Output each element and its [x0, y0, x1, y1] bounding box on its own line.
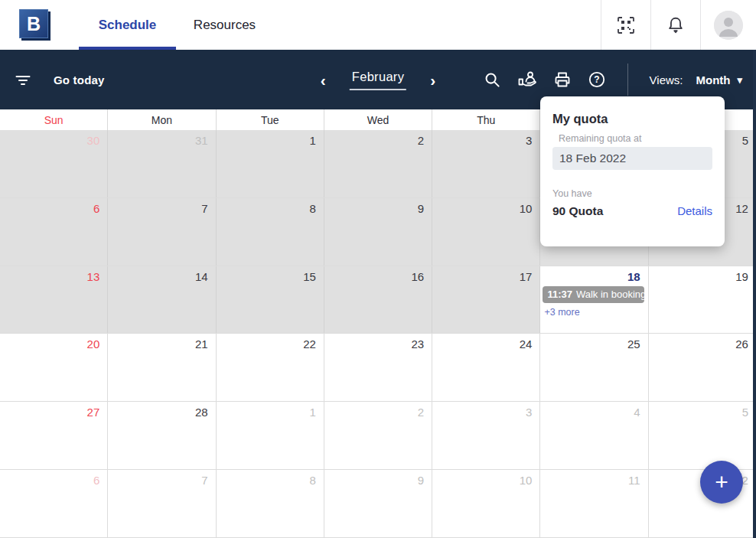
tab-resources[interactable]: Resources	[176, 0, 273, 50]
chevron-down-icon: ▾	[737, 74, 742, 86]
calendar-cell[interactable]: 24	[432, 334, 540, 401]
user-menu-button[interactable]	[700, 0, 756, 50]
date-number: 18	[540, 270, 647, 283]
tab-schedule[interactable]: Schedule	[79, 0, 176, 50]
calendar-cell-today[interactable]: 1811:37Walk in booking+3 more	[540, 266, 648, 334]
calendar-cell[interactable]: 31	[108, 130, 216, 197]
calendar-cell[interactable]: 1	[217, 402, 324, 469]
calendar-cell[interactable]: 27	[0, 402, 108, 469]
plus-icon: +	[715, 469, 728, 495]
month-navigation: ‹ February ›	[318, 50, 438, 109]
go-today-button[interactable]: Go today	[54, 73, 105, 86]
calendar-cell[interactable]: 16	[324, 266, 432, 334]
main-tabs: Schedule Resources	[79, 0, 273, 50]
date-number: 2	[324, 134, 432, 147]
calendar-cell[interactable]: 3	[432, 130, 540, 197]
my-quota-popup: My quota Remaining quota at 18 Feb 2022 …	[540, 96, 725, 246]
svg-text:?: ?	[594, 74, 599, 85]
day-header-wed: Wed	[324, 109, 432, 130]
calendar-cell[interactable]: 8	[217, 198, 324, 266]
calendar-cell[interactable]: 26	[649, 334, 756, 401]
quota-summary-row: You have 90 Quota Details	[552, 188, 712, 218]
calendar-cell[interactable]: 17	[432, 266, 540, 334]
event-title: Walk in booking	[576, 289, 644, 300]
calendar-cell[interactable]: 11	[540, 470, 648, 537]
logo-b-mark: B	[19, 9, 48, 38]
date-number: 8	[217, 202, 324, 215]
date-number: 28	[108, 406, 215, 419]
quota-amount: 90 Quota	[552, 204, 603, 218]
notifications-button[interactable]	[650, 0, 700, 50]
qr-scan-button[interactable]	[601, 0, 650, 50]
current-month-label[interactable]: February	[350, 70, 406, 90]
calendar-cell[interactable]: 19	[649, 266, 756, 334]
more-events-link[interactable]: +3 more	[544, 307, 647, 318]
details-link[interactable]: Details	[677, 204, 712, 218]
calendar-cell[interactable]: 13	[0, 266, 108, 334]
prev-month-button[interactable]: ‹	[318, 69, 329, 91]
views-dropdown[interactable]: Month ▾	[696, 73, 742, 86]
date-number: 6	[0, 202, 107, 215]
calendar-cell[interactable]: 22	[217, 334, 324, 401]
print-button[interactable]	[553, 70, 572, 89]
next-month-button[interactable]: ›	[427, 69, 438, 91]
bell-icon	[666, 15, 686, 35]
calendar-cell[interactable]: 6	[0, 198, 108, 266]
add-booking-button[interactable]: +	[700, 461, 743, 504]
calendar-cell[interactable]: 7	[108, 198, 216, 266]
event-pill[interactable]: 11:37Walk in booking	[543, 286, 644, 303]
date-number: 22	[217, 337, 324, 351]
views-label: Views:	[650, 73, 683, 86]
date-number: 10	[432, 202, 539, 215]
date-number: 31	[108, 134, 215, 147]
calendar-cell[interactable]: 20	[0, 334, 108, 401]
calendar-cell[interactable]: 10	[432, 470, 540, 537]
calendar-cell[interactable]: 6	[0, 470, 108, 537]
date-number: 9	[324, 202, 432, 215]
event-time: 11:37	[547, 289, 572, 300]
calendar-cell[interactable]: 8	[217, 470, 324, 537]
filter-button[interactable]	[14, 70, 32, 89]
calendar-cell[interactable]: 7	[108, 470, 216, 537]
calendar-cell[interactable]: 14	[108, 266, 216, 334]
walk-in-button[interactable]	[517, 70, 537, 89]
calendar-cell[interactable]: 21	[108, 334, 216, 401]
date-number: 14	[108, 270, 215, 283]
date-number: 6	[0, 474, 107, 487]
help-button[interactable]: ?	[588, 70, 606, 89]
calendar-cell[interactable]: 5	[649, 402, 756, 469]
qr-scan-icon	[616, 15, 636, 35]
calendar-cell[interactable]: 25	[540, 334, 648, 401]
quota-date-input[interactable]: 18 Feb 2022	[552, 147, 712, 170]
calendar-cell[interactable]: 15	[217, 266, 324, 334]
calendar-cell[interactable]: 2	[324, 130, 432, 197]
day-header-tue: Tue	[217, 109, 324, 130]
toolbar-divider	[627, 64, 628, 96]
calendar-cell[interactable]: 4	[540, 402, 648, 469]
date-number: 1	[217, 406, 324, 419]
date-number: 7	[108, 202, 215, 215]
calendar-cell[interactable]: 2	[324, 402, 432, 469]
search-button[interactable]	[484, 71, 501, 89]
calendar-cell[interactable]: 28	[108, 402, 216, 469]
date-number: 23	[324, 337, 432, 351]
calendar-cell[interactable]: 10	[432, 198, 540, 266]
calendar-cell[interactable]: 3	[432, 402, 540, 469]
you-have-label: You have	[552, 188, 603, 199]
date-number: 27	[0, 406, 107, 419]
date-number: 25	[540, 337, 647, 351]
calendar-cell[interactable]: 1	[217, 130, 324, 197]
date-number: 2	[324, 406, 432, 419]
help-icon: ?	[588, 70, 606, 89]
date-number: 3	[432, 406, 539, 419]
date-number: 21	[108, 337, 215, 351]
tab-resources-label: Resources	[194, 18, 256, 33]
calendar-cell[interactable]: 23	[324, 334, 432, 401]
date-number: 26	[649, 337, 756, 351]
calendar-cell[interactable]: 30	[0, 130, 108, 197]
date-number: 20	[0, 337, 107, 351]
calendar-cell[interactable]: 9	[324, 198, 432, 266]
avatar	[714, 11, 743, 40]
calendar-cell[interactable]: 9	[324, 470, 432, 537]
search-icon	[484, 71, 501, 89]
